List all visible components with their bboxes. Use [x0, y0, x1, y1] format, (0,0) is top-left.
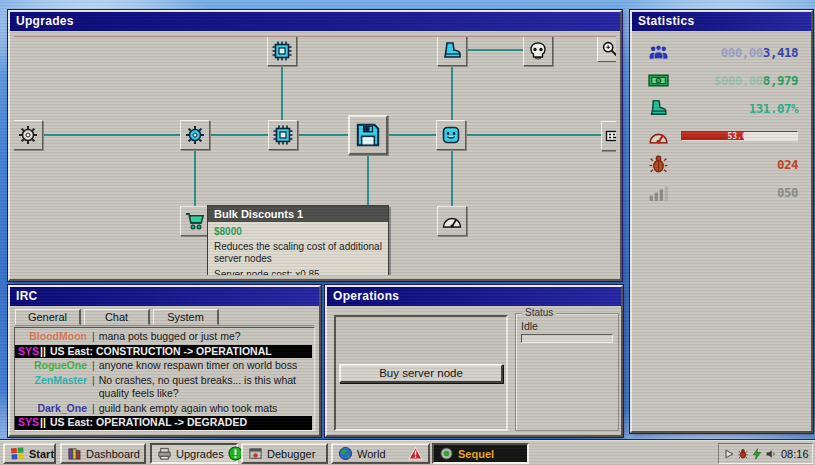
- taskbar-button-dashboard[interactable]: Dashboard: [60, 443, 146, 464]
- desktop: Upgrades: [0, 0, 815, 465]
- operations-window: Operations Buy server node Status Idle: [325, 285, 623, 437]
- taskbar-label: Debugger: [267, 448, 315, 460]
- cart-icon: [184, 210, 206, 232]
- statistics-window: Statistics 000,003,418 $000,008,979 131.…: [630, 10, 813, 433]
- globe-icon: [338, 446, 353, 461]
- tray-bug-icon[interactable]: [737, 448, 749, 460]
- status-group-label: Status: [522, 307, 556, 318]
- upgrade-node-chip[interactable]: [268, 120, 298, 150]
- smiley-icon: [440, 124, 462, 146]
- upgrade-node-floppy[interactable]: [348, 115, 388, 155]
- start-button[interactable]: Start: [3, 443, 56, 464]
- stat-row-efficiency: 131.07%: [636, 94, 807, 122]
- signal-icon: [648, 182, 669, 203]
- tooltip-cost: $8000: [214, 226, 382, 237]
- upgrade-tooltip: Bulk Discounts 1 $8000 Reduces the scali…: [207, 205, 389, 275]
- start-logo-icon: [10, 446, 25, 461]
- operations-titlebar[interactable]: Operations: [327, 287, 621, 306]
- upgrade-node-skull[interactable]: [523, 36, 553, 66]
- status-groupbox: Status Idle: [515, 313, 619, 431]
- printer-icon: [157, 446, 172, 461]
- taskbar-button-sequel[interactable]: Sequel: [432, 443, 529, 464]
- population-icon: [648, 42, 669, 63]
- zoom-button[interactable]: [597, 36, 616, 62]
- gears-icon: [184, 124, 206, 146]
- keyboard-icon: [605, 125, 616, 147]
- taskbar-label: Upgrades: [176, 448, 224, 460]
- play-icon[interactable]: [723, 448, 735, 460]
- upgrade-node-cart[interactable]: [180, 206, 210, 236]
- tab-general[interactable]: General: [15, 309, 81, 325]
- tab-system[interactable]: System: [153, 309, 219, 325]
- floppy-icon: [354, 121, 382, 149]
- tab-chat[interactable]: Chat: [84, 309, 150, 325]
- load-progress-label: 53.6%: [682, 132, 797, 140]
- upgrade-node-gears-locked[interactable]: [14, 120, 43, 150]
- upgrade-tree-canvas: Bulk Discounts 1 $8000 Reduces the scali…: [14, 36, 616, 275]
- status-text: Idle: [521, 320, 613, 332]
- system-message: SYS||US East: OPERATIONAL -> DEGRADED: [15, 416, 312, 430]
- efficiency-icon: [648, 98, 669, 119]
- irc-titlebar[interactable]: IRC: [10, 287, 319, 306]
- taskbar: Start Dashboard Upgrades Debugger World …: [0, 440, 815, 465]
- tooltip-description: Reduces the scaling cost of additional s…: [214, 241, 382, 265]
- stat-population-value: 000,003,418: [669, 45, 798, 60]
- chat-message: BloodMoon|mana pots bugged or just me?: [15, 330, 312, 344]
- upgrades-titlebar[interactable]: Upgrades: [10, 12, 620, 31]
- upgrade-node-keyboard[interactable]: [601, 121, 616, 151]
- chat-message: MagePro|need summon im stuck: [15, 431, 312, 432]
- boot-icon: [441, 40, 463, 62]
- debugger-icon: [248, 446, 263, 461]
- sequel-icon: [439, 446, 454, 461]
- statistics-titlebar[interactable]: Statistics: [632, 12, 811, 31]
- chat-message: Dark_One|guild bank empty again who took…: [15, 402, 312, 416]
- bug-icon: [648, 154, 669, 175]
- stat-row-population: 000,003,418: [636, 38, 807, 66]
- buy-server-node-button[interactable]: Buy server node: [339, 364, 503, 383]
- gauge-icon: [441, 210, 463, 232]
- load-gauge-icon: [648, 126, 669, 147]
- upgrade-node-gears[interactable]: [180, 120, 210, 150]
- chat-message: ZenMaster|No crashes, no quest breaks...…: [15, 374, 312, 401]
- tree-connector: [14, 134, 616, 136]
- magnifier-icon: [600, 39, 616, 59]
- status-progress-bar: [521, 334, 613, 343]
- system-message: SYS||US East: CONSTRUCTION -> OPERATIONA…: [15, 345, 312, 359]
- warning-icon: [408, 446, 423, 461]
- upgrades-window: Upgrades: [8, 10, 622, 281]
- speaker-icon[interactable]: [765, 448, 777, 460]
- chip-icon: [272, 124, 294, 146]
- operations-panel: Buy server node: [334, 315, 508, 431]
- gears-icon: [17, 124, 39, 146]
- tooltip-title: Bulk Discounts 1: [208, 206, 388, 222]
- stat-bugs-value: 024: [669, 157, 798, 172]
- upgrade-node-gauge[interactable]: [437, 206, 467, 236]
- clock: 08:16: [781, 448, 809, 460]
- upgrade-node-smiley[interactable]: [436, 120, 466, 150]
- upgrade-node-boot[interactable]: [437, 36, 467, 66]
- taskbar-button-debugger[interactable]: Debugger: [241, 443, 328, 464]
- start-label: Start: [29, 448, 54, 460]
- tooltip-effect: Server node cost: x0.85: [214, 269, 382, 275]
- irc-tabs: General Chat System: [15, 309, 314, 326]
- money-icon: [648, 70, 669, 91]
- irc-message-list[interactable]: BloodMoon|mana pots bugged or just me? S…: [14, 327, 315, 431]
- skull-icon: [527, 40, 549, 62]
- stat-row-money: $000,008,979: [636, 66, 807, 94]
- taskbar-button-world[interactable]: World: [331, 443, 430, 464]
- chip-icon: [271, 40, 293, 62]
- upgrade-node-chip-top[interactable]: [267, 36, 297, 66]
- stat-efficiency-value: 131.07%: [669, 101, 798, 116]
- taskbar-label: World: [357, 448, 386, 460]
- dashboard-icon: [67, 446, 82, 461]
- system-tray: 08:16: [718, 443, 813, 464]
- stat-row-signal: 050: [636, 178, 807, 206]
- taskbar-label: Dashboard: [86, 448, 140, 460]
- stat-signal-value: 050: [669, 185, 798, 200]
- taskbar-button-upgrades[interactable]: Upgrades: [150, 443, 238, 464]
- irc-window: IRC General Chat System BloodMoon|mana p…: [8, 285, 321, 437]
- load-progress-bar: 53.6%: [681, 131, 798, 141]
- lightning-icon[interactable]: [751, 448, 763, 460]
- stat-row-bugs: 024: [636, 150, 807, 178]
- stat-money-value: $000,008,979: [669, 73, 798, 88]
